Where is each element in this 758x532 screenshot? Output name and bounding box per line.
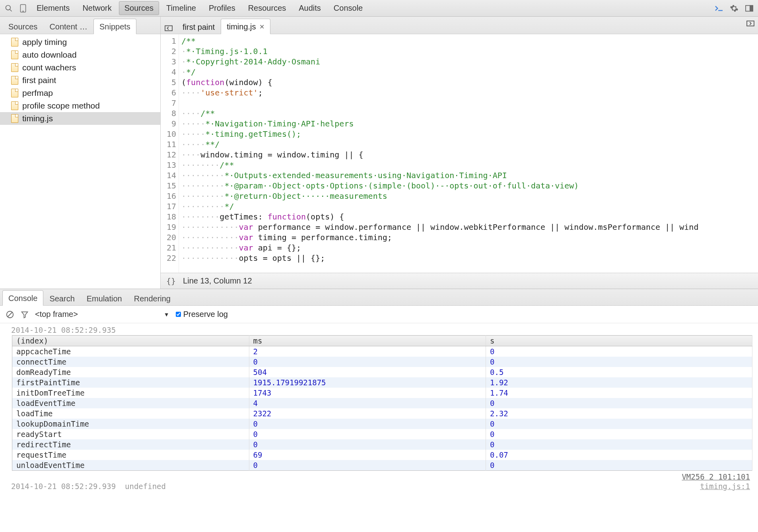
svg-rect-6	[750, 5, 753, 11]
snippet-item[interactable]: apply timing	[0, 36, 160, 49]
clear-console-icon[interactable]	[6, 310, 14, 319]
show-more-icon[interactable]	[746, 20, 755, 27]
table-cell-index: domReadyTime	[12, 367, 249, 377]
sidebar-tab[interactable]: Content …	[43, 19, 93, 34]
console-timestamp: 2014-10-21 08:52:29.939	[11, 482, 116, 491]
devtools-tab-sources[interactable]: Sources	[119, 1, 159, 15]
table-cell-s: 0	[486, 419, 752, 429]
table-cell-index: lookupDomainTime	[12, 419, 249, 429]
drawer-tab-rendering[interactable]: Rendering	[128, 291, 177, 306]
editor-tab[interactable]: timing.js✕	[221, 19, 270, 34]
table-cell-index: loadEventTime	[12, 398, 249, 408]
sidebar-tabs: SourcesContent …Snippets	[0, 17, 161, 34]
editor-tab[interactable]: first paint	[177, 19, 221, 34]
table-cell-s: 0	[486, 439, 752, 450]
console-source-link[interactable]: timing.js:1	[700, 482, 750, 491]
editor-status-bar: {} Line 13, Column 12	[161, 273, 758, 289]
code-line[interactable]: ············var timing = performance.tim…	[181, 232, 758, 243]
table-cell-ms: 1915.17919921875	[249, 377, 486, 388]
code-line[interactable]: ············var api = {};	[181, 243, 758, 253]
preserve-log-label: Preserve log	[183, 310, 228, 319]
table-row: appcacheTime20	[12, 346, 752, 357]
devtools-tab-timeline[interactable]: Timeline	[161, 1, 202, 15]
snippet-item[interactable]: first paint	[0, 74, 160, 87]
code-line[interactable]: ····'use·strict';	[181, 87, 758, 98]
table-header[interactable]: ms	[249, 336, 486, 346]
sidebar-tab[interactable]: Sources	[2, 19, 43, 34]
svg-line-1	[10, 9, 12, 11]
device-icon[interactable]	[17, 2, 29, 15]
code-line[interactable]: ····window.timing = window.timing || {	[181, 150, 758, 160]
table-row: lookupDomainTime00	[12, 419, 752, 429]
code-line[interactable]: ·········*·Outputs·extended·measurements…	[181, 170, 758, 181]
code-line[interactable]: (function(window) {	[181, 77, 758, 87]
drawer-tab-console[interactable]: Console	[2, 290, 43, 306]
snippet-item[interactable]: profile scope method	[0, 99, 160, 112]
drawer-tab-emulation[interactable]: Emulation	[81, 291, 128, 306]
console-source-link[interactable]: VM256 2 101:101	[0, 471, 758, 481]
sidebar-tab[interactable]: Snippets	[93, 19, 136, 34]
svg-line-10	[8, 312, 12, 316]
code-line[interactable]	[181, 98, 758, 108]
devtools-tab-resources[interactable]: Resources	[243, 1, 292, 15]
preserve-log-checkbox[interactable]: Preserve log	[176, 310, 228, 319]
code-area[interactable]: 12345678910111213141516171819202122 /**·…	[161, 34, 758, 273]
table-cell-s: 0.5	[486, 367, 752, 377]
table-cell-index: readyStart	[12, 429, 249, 439]
snippet-item[interactable]: auto download	[0, 49, 160, 61]
code-line[interactable]: ········/**	[181, 160, 758, 170]
table-cell-ms: 2	[249, 346, 486, 357]
console-table: (index)mss appcacheTime20connectTime00do…	[12, 335, 752, 471]
code-line[interactable]: ·····**/	[181, 139, 758, 150]
devtools-tabbar: ElementsNetworkSourcesTimelineProfilesRe…	[0, 0, 758, 17]
dock-icon[interactable]	[743, 2, 756, 15]
close-icon[interactable]: ✕	[259, 23, 264, 31]
devtools-tab-network[interactable]: Network	[77, 1, 117, 15]
table-header[interactable]: s	[486, 336, 752, 346]
code-line[interactable]: ·*/	[181, 67, 758, 77]
code-line[interactable]: ·····*·timing.getTimes();	[181, 129, 758, 139]
snippet-file-icon	[11, 50, 18, 59]
table-cell-s: 0	[486, 460, 752, 471]
table-row: redirectTime00	[12, 439, 752, 450]
code-line[interactable]: ·········*·@return·Object······measureme…	[181, 191, 758, 201]
devtools-tab-console[interactable]: Console	[328, 1, 368, 15]
preserve-log-input[interactable]	[176, 312, 181, 317]
table-row: firstPaintTime1915.179199218751.92	[12, 377, 752, 388]
table-cell-ms: 0	[249, 419, 486, 429]
table-cell-index: connectTime	[12, 357, 249, 367]
devtools-tab-elements[interactable]: Elements	[31, 1, 75, 15]
table-cell-s: 1.74	[486, 388, 752, 398]
settings-gear-icon[interactable]	[728, 2, 741, 15]
code-lines[interactable]: /**·*·Timing.js·1.0.1·*·Copyright·2014·A…	[179, 34, 758, 273]
code-line[interactable]: /**	[181, 36, 758, 46]
code-line[interactable]: ·········*/	[181, 201, 758, 212]
code-line[interactable]: ·····*·Navigation·Timing·API·helpers	[181, 118, 758, 129]
code-line[interactable]: ····/**	[181, 108, 758, 118]
drawer-tab-search[interactable]: Search	[43, 291, 80, 306]
code-line[interactable]: ·········*·@param··Object·opts·Options·(…	[181, 181, 758, 191]
console-body[interactable]: 2014-10-21 08:52:29.935 (index)mss appca…	[0, 323, 758, 532]
toggle-drawer-icon[interactable]	[713, 2, 725, 15]
code-line[interactable]: ············var performance = window.per…	[181, 222, 758, 232]
cursor-position: Line 13, Column 12	[183, 276, 252, 285]
snippet-item[interactable]: timing.js	[0, 112, 160, 125]
snippet-item[interactable]: perfmap	[0, 87, 160, 99]
devtools-tab-audits[interactable]: Audits	[293, 1, 327, 15]
console-output-line: 2014-10-21 08:52:29.939 undefined timing…	[0, 481, 758, 492]
table-row: domReadyTime5040.5	[12, 367, 752, 377]
snippet-file-icon	[11, 38, 18, 47]
code-line[interactable]: ·*·Timing.js·1.0.1	[181, 46, 758, 56]
table-header[interactable]: (index)	[12, 336, 249, 346]
frame-selector[interactable]: <top frame> ▼	[35, 310, 169, 319]
code-line[interactable]: ·*·Copyright·2014·Addy·Osmani	[181, 56, 758, 67]
filter-icon[interactable]	[21, 311, 29, 318]
snippet-label: auto download	[22, 50, 77, 60]
snippet-item[interactable]: count wachers	[0, 61, 160, 74]
search-icon[interactable]	[2, 2, 15, 15]
devtools-tab-profiles[interactable]: Profiles	[203, 1, 241, 15]
code-line[interactable]: ············opts = opts || {};	[181, 253, 758, 263]
code-line[interactable]: ········getTimes: function(opts) {	[181, 212, 758, 222]
nav-back-icon[interactable]	[163, 23, 174, 34]
pretty-print-icon[interactable]: {}	[166, 276, 176, 286]
